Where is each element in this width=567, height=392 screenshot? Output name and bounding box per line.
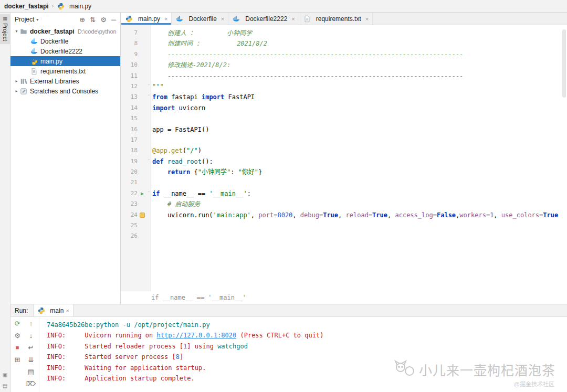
fold-marker-icon[interactable]: ˇ — [145, 156, 152, 167]
line-number: 16 — [121, 124, 139, 135]
project-panel-title[interactable]: Project — [15, 16, 34, 23]
tree-item-external-libraries[interactable]: ▸External Libraries — [10, 76, 120, 86]
fold-marker-icon[interactable]: ˇ — [145, 92, 152, 102]
fold-spacer — [145, 113, 152, 124]
hide-icon[interactable]: ─ — [111, 16, 116, 23]
window-icon[interactable]: ▣ — [3, 372, 7, 378]
breadcrumb-file-label: main.py — [69, 3, 91, 10]
project-tool-window-tab[interactable]: ▦ Project — [0, 14, 10, 44]
code-text: import uvicorn — [152, 103, 562, 113]
fold-spacer — [145, 199, 152, 209]
docker-icon — [30, 37, 38, 46]
code-text: def read_root(): — [152, 156, 562, 167]
tab-close-icon[interactable]: × — [291, 16, 295, 22]
scroll-end-button[interactable]: ⇊ — [26, 355, 36, 364]
code-text — [152, 231, 562, 241]
python-icon — [30, 57, 38, 66]
down-button[interactable]: ↓ — [26, 331, 36, 340]
stop-button[interactable]: ■ — [13, 343, 22, 352]
line-number: 12 — [121, 81, 139, 92]
fold-spacer — [145, 231, 152, 241]
tree-item-label: Dockerfile2222 — [40, 48, 82, 55]
fold-marker-icon[interactable]: ˇ — [145, 81, 152, 92]
code-line-24: 24 uvicorn.run('main:app', port=8020, de… — [121, 210, 562, 220]
editor[interactable]: 7 创建人 ： 小钟同学8 创建时间 ： 2021/8/29 ---------… — [121, 25, 567, 291]
code-text — [152, 135, 562, 145]
meter-icon[interactable]: ▤ — [3, 383, 7, 389]
code-text: @app.get("/") — [152, 145, 562, 156]
tree-item-path: D:\code\python — [78, 28, 117, 35]
locate-icon[interactable]: ⊕ — [79, 16, 85, 23]
editor-tab-dockerfile[interactable]: Dockerfile× — [172, 13, 228, 25]
code-text: # 启动服务 — [152, 199, 562, 209]
textfile-icon — [30, 67, 38, 76]
title-breadcrumb-bar: docker_fastapi › main.py — [0, 0, 567, 13]
breadcrumb-project[interactable]: docker_fastapi — [4, 3, 49, 10]
settings-button[interactable]: ⚙ — [13, 331, 22, 340]
chevron-down-icon[interactable]: ▾ — [14, 29, 19, 34]
tree-item-scratches-and-consoles[interactable]: ▸Scratches and Consoles — [10, 86, 120, 96]
gutter-spacer — [139, 231, 145, 241]
chevron-right-icon[interactable]: ▸ — [14, 79, 19, 83]
settings-icon[interactable]: ⚙ — [100, 16, 107, 23]
code-text — [152, 113, 562, 124]
layout-button[interactable]: ⊞ — [13, 355, 22, 364]
console-link[interactable]: http://127.0.0.1:8020 — [157, 332, 237, 339]
code-line-12: 12ˇ""" — [121, 81, 562, 92]
code-line-9: 9 --------------------------------------… — [121, 49, 562, 60]
gutter-spacer — [139, 135, 145, 145]
tree-item-main-py[interactable]: main.py — [10, 56, 120, 66]
editor-scrollbar[interactable] — [562, 29, 566, 98]
project-grid-icon: ▦ — [3, 16, 7, 21]
collapse-icon[interactable]: ⇅ — [90, 16, 96, 23]
gutter-spacer — [139, 28, 145, 38]
tree-item-dockerfile2222[interactable]: Dockerfile2222 — [10, 46, 120, 56]
run-label: Run: — [15, 307, 28, 314]
run-tab-main[interactable]: main × — [33, 304, 73, 316]
tab-close-icon[interactable]: × — [221, 16, 224, 22]
fold-spacer — [145, 177, 152, 188]
editor-tab-requirements-txt[interactable]: requirements.txt× — [299, 13, 373, 25]
clear-button[interactable]: ⌦ — [26, 379, 36, 388]
line-number: 19 — [121, 156, 139, 167]
rerun-button[interactable]: ⟳ — [13, 319, 22, 328]
code-text — [152, 220, 562, 231]
gutter-spacer — [139, 145, 145, 156]
gutter-spacer — [139, 38, 145, 49]
code-text: 创建时间 ： 2021/8/2 — [152, 38, 562, 49]
tab-close-icon[interactable]: × — [164, 16, 167, 22]
libraries-icon — [19, 77, 28, 86]
chevron-down-icon[interactable]: ▾ — [36, 17, 38, 22]
return-button[interactable]: ↵ — [26, 343, 36, 352]
editor-breadcrumbs[interactable]: if __name__ == '__main__' — [121, 291, 567, 304]
tree-item-requirements-txt[interactable]: requirements.txt — [10, 66, 120, 76]
code-text — [152, 177, 562, 188]
up-button[interactable]: ↑ — [26, 319, 36, 328]
line-number: 18 — [121, 145, 139, 156]
code-text: """ — [152, 81, 562, 92]
console-output[interactable]: 74a8645b26be:python -u /opt/project/main… — [39, 317, 567, 392]
editor-tab-bar: main.py×Dockerfile×Dockerfile2222×requir… — [121, 13, 567, 25]
tree-item-label: External Libraries — [30, 78, 79, 85]
fold-spacer — [145, 28, 152, 38]
breadcrumb-file[interactable]: main.py — [57, 2, 91, 10]
project-panel: Project ▾ ⊕⇅⚙─ ▾docker_fastapiD:\code\py… — [10, 13, 121, 304]
gutter-spacer — [139, 199, 145, 209]
chevron-right-icon[interactable]: ▸ — [14, 89, 19, 93]
run-gutter-icon[interactable]: ▶ — [139, 188, 145, 199]
gutter-spacer — [139, 113, 145, 124]
print-button[interactable]: ▤ — [26, 367, 36, 376]
tab-close-icon[interactable]: × — [365, 16, 369, 22]
tree-item-dockerfile[interactable]: Dockerfile — [10, 36, 120, 46]
gutter-spacer — [139, 167, 145, 177]
code-text: ----------------------------------------… — [152, 49, 562, 60]
tree-item-docker-fastapi[interactable]: ▾docker_fastapiD:\code\python — [10, 26, 120, 36]
code-text: 修改描述-2021/8/2: — [152, 60, 562, 70]
editor-tab-main-py[interactable]: main.py× — [121, 13, 172, 25]
code-line-18: 18@app.get("/") — [121, 145, 562, 156]
fold-marker-icon[interactable]: ˇ — [145, 188, 152, 199]
fold-spacer — [145, 145, 152, 156]
editor-tab-dockerfile2222[interactable]: Dockerfile2222× — [228, 13, 299, 25]
tab-close-icon[interactable]: × — [66, 308, 69, 314]
tree-item-label: docker_fastapi — [30, 28, 75, 35]
